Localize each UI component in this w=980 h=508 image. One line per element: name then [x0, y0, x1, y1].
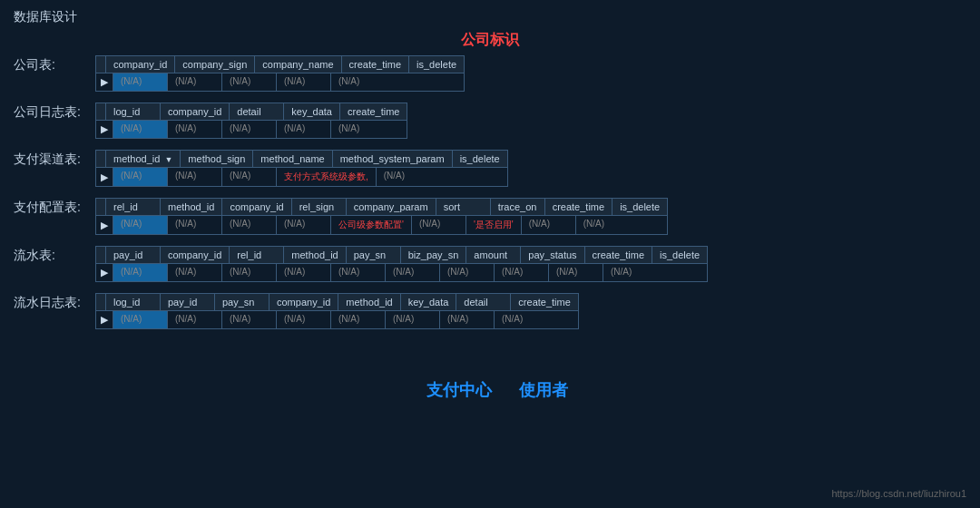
col-is_delete: is_delete	[409, 56, 464, 73]
data-trace_on: '是否启用'	[466, 216, 522, 234]
table-flow-log: log_id pay_id pay_sn company_id method_i…	[95, 293, 579, 329]
table-row-payment-config: 支付配置表: rel_id method_id company_id rel_s…	[14, 198, 966, 235]
table-row-payment-channel: 支付渠道表: method_id ▼ method_sign method_na…	[14, 150, 966, 187]
data-fl-company_id: (N/A)	[277, 311, 331, 328]
col-company_id: company_id	[106, 56, 175, 73]
data-rel_sign: (N/A)	[277, 216, 331, 234]
data-method_id: (N/A)	[113, 168, 168, 186]
table-row-company: 公司表: company_id company_sign company_nam…	[14, 55, 966, 92]
row-arrow-log: ▶	[96, 121, 113, 138]
data-method_sign: (N/A)	[168, 168, 222, 186]
data-log_id: (N/A)	[113, 121, 168, 138]
data-create_time: (N/A)	[277, 73, 331, 91]
table-payment-config: rel_id method_id company_id rel_sign com…	[95, 198, 668, 235]
data-row-flow-log: ▶ (N/A) (N/A) (N/A) (N/A) (N/A) (N/A) (N…	[96, 311, 578, 328]
data-company_sign: (N/A)	[168, 73, 222, 91]
table-row-company-log: 公司日志表: log_id company_id detail key_data…	[14, 103, 966, 139]
data-pay_sn: (N/A)	[331, 264, 386, 281]
col-channel-is_delete: is_delete	[453, 151, 507, 167]
content-area: 公司表: company_id company_sign company_nam…	[0, 55, 980, 329]
dropdown-icon: ▼	[164, 155, 172, 164]
col-fl-log_id: log_id	[106, 294, 161, 310]
col-flow-company_id: company_id	[161, 247, 230, 263]
data-log-company_id: (N/A)	[168, 121, 222, 138]
table-header-payment-config: rel_id method_id company_id rel_sign com…	[96, 199, 667, 216]
data-log-detail: (N/A)	[222, 121, 277, 138]
data-amount: (N/A)	[440, 264, 495, 281]
data-pay_id: (N/A)	[113, 264, 168, 281]
data-flow-is_delete: (N/A)	[603, 264, 658, 281]
col-config-company_id: company_id	[222, 199, 291, 215]
col-flow-is_delete: is_delete	[652, 247, 707, 263]
table-row-flow-log: 流水日志表: log_id pay_id pay_sn company_id m…	[14, 293, 966, 329]
col-method_id: method_id ▼	[106, 151, 181, 167]
col-flow-method_id: method_id	[284, 247, 346, 263]
overlay-labels: 支付中心 使用者	[426, 379, 568, 401]
data-row-payment-channel: ▶ (N/A) (N/A) (N/A) 支付方式系统级参数, (N/A)	[96, 168, 507, 186]
data-flow-rel_id: (N/A)	[222, 264, 277, 281]
col-sort: sort	[436, 199, 491, 215]
table-row-flow: 流水表: pay_id company_id rel_id method_id …	[14, 246, 966, 282]
data-row-company: ▶ (N/A) (N/A) (N/A) (N/A) (N/A)	[96, 73, 464, 91]
col-fl-key_data: key_data	[401, 294, 457, 310]
data-sort: (N/A)	[412, 216, 466, 234]
col-company_name: company_name	[255, 56, 341, 73]
data-is_delete: (N/A)	[331, 73, 386, 91]
col-biz_pay_sn: biz_pay_sn	[401, 247, 467, 263]
data-fl-create_time: (N/A)	[495, 311, 549, 328]
pay-center-label: 支付中心	[426, 379, 492, 401]
data-flow-method_id: (N/A)	[277, 264, 331, 281]
arrow-cell-flow-log	[96, 294, 106, 310]
data-log-key_data: (N/A)	[277, 121, 331, 138]
footer-url: https://blog.csdn.net/liuzhirou1	[831, 488, 966, 499]
data-method_system_param: 支付方式系统级参数,	[277, 168, 377, 186]
col-pay_sn: pay_sn	[347, 247, 401, 263]
col-fl-detail: detail	[456, 294, 511, 310]
label-flow-log: 流水日志表:	[14, 293, 95, 311]
col-log-create_time: create_time	[340, 103, 407, 120]
table-header-payment-channel: method_id ▼ method_sign method_name meth…	[96, 151, 507, 168]
table-header-company: company_id company_sign company_name cre…	[96, 56, 464, 73]
data-fl-pay_id: (N/A)	[168, 311, 222, 328]
col-rel_sign: rel_sign	[292, 199, 347, 215]
user-label: 使用者	[519, 379, 568, 401]
col-fl-method_id: method_id	[338, 294, 400, 310]
row-arrow-flow: ▶	[96, 264, 113, 281]
row-arrow-flow-log: ▶	[96, 311, 113, 328]
col-fl-pay_sn: pay_sn	[215, 294, 270, 310]
label-flow: 流水表:	[14, 246, 95, 264]
label-company-log: 公司日志表:	[14, 103, 95, 121]
table-payment-channel: method_id ▼ method_sign method_name meth…	[95, 150, 508, 187]
table-company-log: log_id company_id detail key_data create…	[95, 103, 407, 139]
data-rel_id: (N/A)	[113, 216, 168, 234]
data-row-company-log: ▶ (N/A) (N/A) (N/A) (N/A) (N/A)	[96, 121, 407, 138]
label-payment-config: 支付配置表:	[14, 198, 95, 216]
data-company_param: 公司级参数配置'	[331, 216, 412, 234]
col-method_system_param: method_system_param	[333, 151, 453, 167]
data-fl-log_id: (N/A)	[113, 311, 168, 328]
col-key_data: key_data	[284, 103, 340, 120]
table-company: company_id company_sign company_name cre…	[95, 55, 465, 92]
data-config-company_id: (N/A)	[222, 216, 277, 234]
data-fl-detail: (N/A)	[440, 311, 495, 328]
col-detail: detail	[230, 103, 284, 120]
arrow-cell-flow	[96, 247, 106, 263]
data-config-create_time: (N/A)	[522, 216, 576, 234]
col-company_sign: company_sign	[175, 56, 255, 73]
arrow-cell-channel	[96, 151, 106, 167]
table-header-flow: pay_id company_id rel_id method_id pay_s…	[96, 247, 707, 264]
col-fl-company_id: company_id	[270, 294, 338, 310]
data-fl-method_id: (N/A)	[331, 311, 386, 328]
row-arrow: ▶	[96, 73, 113, 91]
row-arrow-channel: ▶	[96, 168, 113, 186]
col-config-is_delete: is_delete	[612, 199, 667, 215]
page-title: 数据库设计	[0, 0, 980, 31]
company-label-container: 公司标识	[0, 31, 980, 50]
col-fl-pay_id: pay_id	[161, 294, 215, 310]
col-flow-create_time: create_time	[585, 247, 652, 263]
col-log_id: log_id	[106, 103, 161, 120]
row-arrow-config: ▶	[96, 216, 113, 234]
col-pay_status: pay_status	[521, 247, 584, 263]
col-amount: amount	[466, 247, 521, 263]
data-config-method_id: (N/A)	[168, 216, 222, 234]
